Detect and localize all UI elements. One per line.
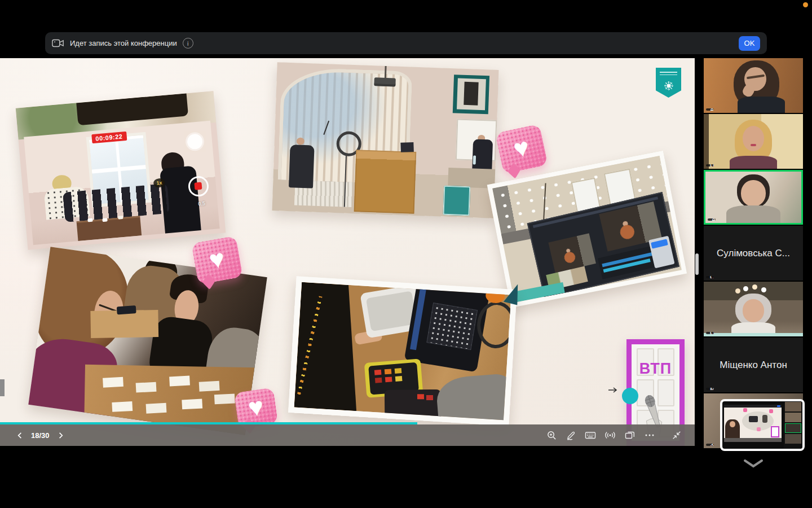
recording-notification-bar: Идет запись этой конференции i OK (45, 32, 767, 54)
university-logo (656, 68, 681, 98)
participant-tile-politova-olena[interactable]: Політова Олена Аркаді... (704, 114, 803, 169)
photo-audio-equipment (288, 276, 517, 426)
participant-name: Міщенко Антон (710, 388, 714, 390)
participant-name: Алла мажара (710, 108, 714, 111)
exit-fullscreen-button[interactable] (671, 430, 682, 441)
participant-tile-olena-hryhorevska[interactable]: OLENA HRYHOREVSKA (704, 282, 803, 336)
participant-tile-mishchenko-anton[interactable]: Міщенко Антон Міщенко Антон (704, 338, 803, 392)
door-label: ВТП (632, 360, 679, 378)
prev-slide-button[interactable] (15, 430, 25, 441)
slides-button[interactable] (624, 429, 636, 441)
participant-name: З... (710, 444, 714, 446)
recording-indicator-dot (803, 2, 808, 7)
like-heart-icon (191, 236, 243, 285)
screen-share-preview-thumbnail[interactable] (720, 399, 805, 451)
zoom-meeting-window: Идет запись этой конференции i OK 00:09:… (0, 0, 812, 508)
ok-button[interactable]: OK (739, 36, 760, 51)
participant-name: Політова Олена Аркаді... (710, 164, 714, 167)
more-options-button[interactable] (643, 429, 656, 441)
participant-name: OLENA HRYHOREVSKA (710, 332, 714, 334)
notification-text: Идет запись этой конференции (70, 39, 177, 47)
keyboard-button[interactable] (584, 429, 597, 441)
shared-screen-presentation: 00:09:22 1x 0,5 (0, 58, 695, 446)
photo-cafe-phone-recording: 00:09:22 1x 0,5 (16, 91, 226, 250)
decor-edge-tab (0, 379, 5, 396)
participant-initial-name: Сулімовська С... (704, 226, 803, 281)
zoom-in-button[interactable] (546, 430, 558, 441)
like-heart-icon (495, 124, 548, 174)
info-icon[interactable]: i (183, 38, 193, 49)
camera-icon (52, 39, 64, 47)
participant-initial-name: Міщенко Антон (704, 338, 803, 392)
collapse-participants-button[interactable] (736, 457, 770, 470)
participant-tile-alla-mazhara[interactable]: Алла мажара (704, 58, 803, 113)
participant-name: Анастасія Єтушенко (712, 218, 716, 221)
annotate-pen-button[interactable] (565, 430, 577, 441)
annotation-dot (622, 388, 638, 404)
next-slide-button[interactable] (55, 430, 66, 441)
presentation-toolbar: 18/30 (0, 424, 695, 446)
photo-classroom-interview (272, 62, 499, 218)
participants-panel: Алла мажара Політова Олена Аркаді... Ана… (704, 58, 803, 508)
participant-name: Сулімовська Соломія (710, 276, 714, 278)
broadcast-button[interactable] (604, 429, 616, 441)
participant-tile-anastasiia-yetushenko[interactable]: Анастасія Єтушенко (704, 170, 803, 225)
camera-zoom-alt: 0,5 (198, 200, 205, 207)
mouse-cursor (608, 386, 618, 396)
page-indicator: 18/30 (31, 431, 50, 440)
panel-resize-handle[interactable] (695, 253, 699, 275)
participant-tile-sulimovska-solomiia[interactable]: Сулімовська С... Сулімовська Соломія (704, 226, 803, 281)
